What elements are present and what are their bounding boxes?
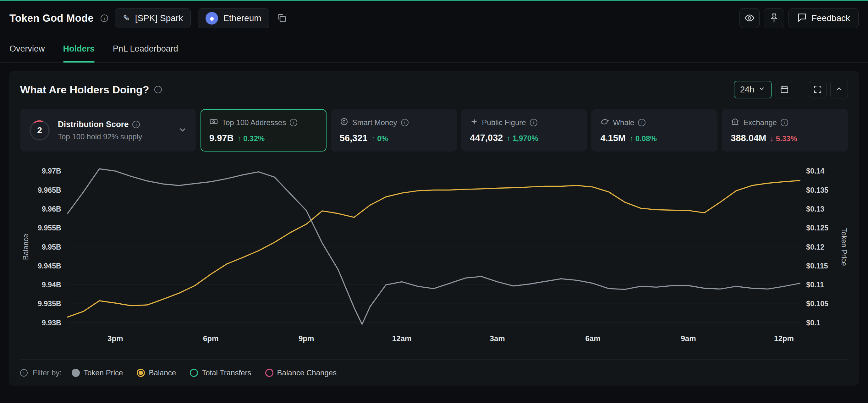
page-title: Token God Mode bbox=[9, 12, 94, 24]
chain-selector-label: Ethereum bbox=[223, 13, 261, 23]
stat-change: ↑ 0% bbox=[371, 134, 388, 143]
chain-selector[interactable]: ◆ Ethereum bbox=[198, 8, 269, 28]
balance-swatch bbox=[137, 369, 145, 377]
chevron-down-icon bbox=[758, 85, 766, 95]
info-icon bbox=[20, 369, 28, 377]
holders-chart: 9.93B$0.19.935B$0.1059.94B$0.119.945B$0.… bbox=[20, 160, 848, 354]
stat-change: ↑ 0.08% bbox=[629, 134, 657, 143]
balance-changes-swatch bbox=[265, 369, 273, 377]
stat-value: 388.04M bbox=[731, 133, 766, 143]
svg-text:9.965B: 9.965B bbox=[38, 186, 61, 194]
total-transfers-swatch bbox=[190, 369, 198, 377]
legend-balance-changes[interactable]: Balance Changes bbox=[265, 368, 337, 377]
tab-overview[interactable]: Overview bbox=[9, 35, 45, 62]
svg-text:9.945B: 9.945B bbox=[38, 262, 61, 270]
svg-text:$0.11: $0.11 bbox=[806, 281, 824, 289]
svg-text:9.95B: 9.95B bbox=[42, 243, 61, 251]
info-icon bbox=[290, 119, 297, 126]
stat-change: ↑ 1,970% bbox=[506, 134, 538, 143]
bank-icon bbox=[731, 117, 740, 128]
watch-button[interactable] bbox=[740, 8, 760, 28]
svg-text:9.93B: 9.93B bbox=[42, 319, 61, 327]
pin-icon bbox=[769, 12, 779, 24]
legend-token-price[interactable]: Token Price bbox=[72, 368, 123, 377]
svg-text:Balance: Balance bbox=[22, 234, 30, 260]
fullscreen-button[interactable] bbox=[809, 81, 827, 98]
stat-title: Exchange bbox=[743, 118, 777, 127]
filter-by-label: Filter by: bbox=[33, 368, 62, 377]
stat-card-public-figure[interactable]: Public Figure 447,032 ↑ 1,970% bbox=[461, 109, 587, 152]
coin-icon bbox=[340, 117, 348, 128]
svg-text:$0.135: $0.135 bbox=[806, 186, 828, 194]
stat-title: Smart Money bbox=[352, 118, 397, 127]
chevron-up-icon bbox=[835, 85, 843, 95]
stat-value: 9.97B bbox=[209, 133, 234, 143]
info-icon bbox=[781, 119, 788, 126]
svg-text:$0.14: $0.14 bbox=[806, 167, 824, 175]
stat-card-exchange[interactable]: Exchange 388.04M ↓ 5.33% bbox=[722, 109, 848, 152]
svg-text:12am: 12am bbox=[392, 334, 412, 343]
calendar-button[interactable] bbox=[776, 81, 793, 98]
tab-holders[interactable]: Holders bbox=[63, 35, 95, 62]
distribution-score-value: 2 bbox=[29, 120, 50, 141]
stat-card-whale[interactable]: Whale 4.15M ↑ 0.08% bbox=[591, 109, 717, 152]
legend-total-transfers[interactable]: Total Transfers bbox=[190, 368, 251, 377]
svg-text:6pm: 6pm bbox=[203, 334, 219, 343]
svg-text:9.94B: 9.94B bbox=[42, 281, 61, 289]
token-selector-label: [SPK] Spark bbox=[135, 13, 183, 23]
info-icon bbox=[132, 121, 140, 128]
whale-icon bbox=[600, 117, 609, 128]
info-icon bbox=[530, 119, 537, 126]
info-icon bbox=[154, 86, 162, 93]
stat-card-smart-money[interactable]: Smart Money 56,321 ↑ 0% bbox=[331, 109, 457, 152]
timeframe-dropdown[interactable]: 24h bbox=[734, 81, 772, 98]
stat-value: 56,321 bbox=[340, 133, 368, 143]
copy-address-button[interactable] bbox=[276, 12, 287, 24]
info-icon bbox=[638, 119, 646, 126]
svg-text:3pm: 3pm bbox=[107, 334, 123, 343]
token-selector[interactable]: ✎ [SPK] Spark bbox=[115, 8, 191, 28]
stat-card-distribution-score[interactable]: 2 Distribution Score Top 100 hold 92% su… bbox=[20, 109, 196, 152]
stat-subtitle: Top 100 hold 92% supply bbox=[58, 132, 170, 141]
cash-icon bbox=[209, 117, 218, 128]
svg-text:9.955B: 9.955B bbox=[38, 224, 61, 232]
stat-title: Public Figure bbox=[482, 118, 526, 127]
stat-change: ↓ 5.33% bbox=[770, 134, 797, 143]
svg-text:$0.1: $0.1 bbox=[806, 319, 820, 327]
chevron-down-icon bbox=[178, 125, 187, 136]
app-header: Token God Mode ✎ [SPK] Spark ◆ Ethereum bbox=[0, 1, 868, 35]
info-icon bbox=[401, 119, 408, 126]
svg-text:9.96B: 9.96B bbox=[42, 205, 61, 213]
svg-text:$0.125: $0.125 bbox=[806, 224, 828, 232]
pencil-icon: ✎ bbox=[123, 13, 130, 23]
distribution-score-gauge: 2 bbox=[29, 120, 50, 141]
collapse-panel-button[interactable] bbox=[830, 81, 848, 98]
svg-text:12pm: 12pm bbox=[774, 334, 794, 343]
svg-text:$0.105: $0.105 bbox=[806, 300, 828, 308]
chat-bubble-icon bbox=[797, 12, 807, 25]
copy-icon bbox=[276, 12, 287, 24]
panel-title: What Are Holders Doing? bbox=[20, 84, 149, 96]
holders-panel: What Are Holders Doing? 24h bbox=[9, 71, 859, 386]
svg-text:Token Price: Token Price bbox=[840, 228, 848, 266]
svg-text:9.935B: 9.935B bbox=[38, 300, 61, 308]
svg-text:$0.115: $0.115 bbox=[806, 262, 828, 270]
stat-title: Top 100 Addresses bbox=[222, 118, 286, 127]
svg-text:6am: 6am bbox=[585, 334, 600, 343]
main-tabs: Overview Holders PnL Leaderboard bbox=[0, 35, 868, 63]
stat-change: ↑ 0.32% bbox=[237, 134, 265, 143]
calendar-icon bbox=[780, 85, 789, 95]
stat-value: 447,032 bbox=[470, 133, 503, 143]
svg-text:9.97B: 9.97B bbox=[42, 167, 61, 175]
star-icon bbox=[470, 118, 478, 128]
svg-text:9am: 9am bbox=[681, 334, 696, 343]
stat-tiles: 2 Distribution Score Top 100 hold 92% su… bbox=[20, 109, 848, 152]
svg-text:9pm: 9pm bbox=[299, 334, 314, 343]
stat-title: Distribution Score bbox=[58, 120, 128, 129]
feedback-button[interactable]: Feedback bbox=[788, 8, 859, 28]
pin-button[interactable] bbox=[764, 8, 784, 28]
legend-balance[interactable]: Balance bbox=[137, 368, 176, 377]
stat-value: 4.15M bbox=[600, 133, 626, 143]
stat-card-top-100-addresses[interactable]: Top 100 Addresses 9.97B ↑ 0.32% bbox=[200, 109, 327, 152]
tab-pnl-leaderboard[interactable]: PnL Leaderboard bbox=[113, 35, 178, 62]
